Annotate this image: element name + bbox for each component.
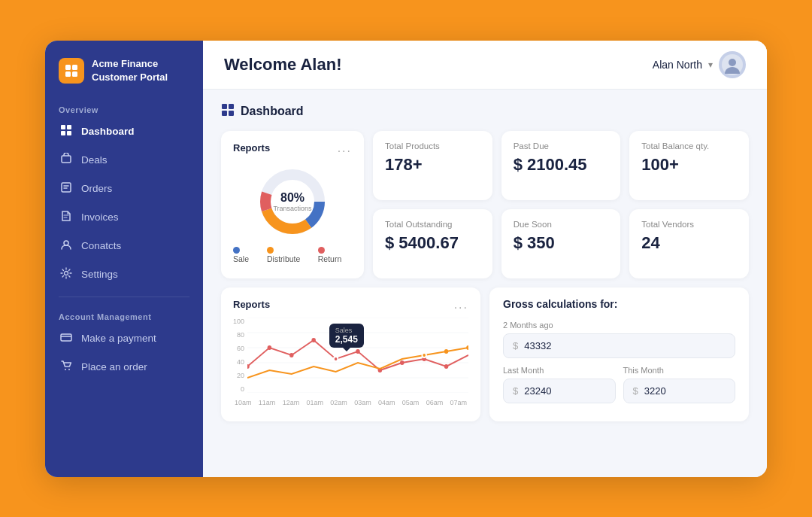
- x-axis-labels: 10am11am12am01am02am03am04am05am06am07am: [233, 399, 468, 406]
- sidebar-item-label: Conatcts: [81, 240, 121, 251]
- topbar: Welcome Alan! Alan North ▾: [203, 41, 767, 90]
- svg-rect-2: [65, 71, 71, 77]
- reports-more-button[interactable]: ...: [338, 141, 352, 155]
- sidebar-item-label: Invoices: [81, 211, 119, 223]
- bottom-row: Reports ... 100806040200 Sales 2,545: [221, 287, 749, 421]
- svg-rect-6: [61, 131, 65, 135]
- place-order-icon: [59, 360, 74, 375]
- svg-point-40: [444, 364, 449, 369]
- deals-icon: [59, 153, 74, 168]
- gross-title: Gross calculations for:: [503, 298, 735, 310]
- gross-two-months-row: 2 Months ago $ 43332: [503, 321, 735, 358]
- svg-point-16: [729, 59, 736, 66]
- legend-distribute: Distribute: [267, 245, 311, 263]
- svg-point-32: [268, 345, 272, 350]
- tooltip-label: Sales: [335, 327, 358, 334]
- contacts-icon: [59, 239, 74, 254]
- sidebar: Acme Finance Customer Portal Overview Da…: [45, 41, 203, 477]
- svg-rect-5: [67, 125, 71, 129]
- svg-rect-18: [229, 104, 234, 109]
- svg-rect-7: [67, 131, 71, 135]
- svg-rect-3: [72, 71, 77, 77]
- svg-rect-20: [229, 111, 234, 116]
- chart-title: Reports: [233, 299, 270, 310]
- this-month-row: This Month $ 3220: [623, 366, 736, 403]
- dashboard-heading-text: Dashboard: [241, 105, 304, 118]
- stat-label: Due Soon: [514, 220, 609, 229]
- svg-rect-17: [222, 104, 227, 109]
- sidebar-item-payment[interactable]: Make a payment: [45, 324, 203, 353]
- stat-value: 178+: [385, 155, 480, 175]
- stat-due-soon: Due Soon $ 350: [501, 209, 621, 278]
- stat-label: Total Vendors: [641, 220, 737, 229]
- logo-text: Acme Finance Customer Portal: [92, 57, 168, 84]
- svg-point-10: [64, 241, 68, 245]
- sidebar-item-label: Deals: [81, 154, 108, 166]
- card-header: Reports ...: [233, 141, 352, 155]
- svg-rect-1: [72, 65, 77, 70]
- sidebar-item-settings[interactable]: Settings: [45, 260, 203, 289]
- svg-point-14: [68, 369, 70, 370]
- page-heading: Dashboard: [221, 103, 749, 120]
- sidebar-logo: Acme Finance Customer Portal: [45, 41, 203, 98]
- reports-donut-card: Reports ...: [221, 131, 364, 278]
- settings-icon: [59, 267, 74, 282]
- sidebar-item-dashboard[interactable]: Dashboard: [45, 117, 203, 146]
- stat-value: $ 5400.67: [385, 233, 480, 253]
- logo-icon: [59, 58, 84, 84]
- chart-header: Reports ...: [233, 298, 468, 312]
- page-title: Welcome Alan!: [224, 55, 341, 75]
- sidebar-item-invoices[interactable]: Invoices: [45, 203, 203, 232]
- sidebar-item-deals[interactable]: Deals: [45, 146, 203, 175]
- y-axis-labels: 100806040200: [233, 318, 244, 393]
- two-months-value: $ 43332: [503, 333, 735, 358]
- svg-rect-8: [62, 156, 71, 163]
- svg-point-43: [466, 345, 468, 350]
- svg-point-34: [311, 338, 316, 342]
- gross-calculations-card: Gross calculations for: 2 Months ago $ 4…: [489, 287, 749, 421]
- avatar: [719, 51, 746, 78]
- sidebar-item-label: Orders: [81, 183, 112, 194]
- two-months-label: 2 Months ago: [503, 321, 735, 330]
- stat-label: Total Products: [385, 141, 480, 151]
- donut-label: 80% Transactions: [273, 191, 311, 212]
- legend-sale: Sale: [233, 245, 259, 263]
- chart-more-button[interactable]: ...: [454, 298, 468, 312]
- app-container: Acme Finance Customer Portal Overview Da…: [45, 41, 767, 477]
- stat-label: Total Balance qty.: [641, 141, 737, 151]
- user-menu[interactable]: Alan North ▾: [653, 51, 746, 78]
- sidebar-item-label: Place an order: [81, 361, 147, 373]
- svg-rect-12: [61, 334, 71, 341]
- stat-past-due: Past Due $ 2100.45: [501, 131, 621, 200]
- svg-point-36: [356, 349, 360, 354]
- donut-sub: Transactions: [273, 205, 311, 212]
- sidebar-item-contacts[interactable]: Conatcts: [45, 232, 203, 260]
- stat-total-vendors: Total Vendors 24: [629, 209, 749, 278]
- sidebar-item-label: Settings: [81, 269, 118, 280]
- svg-rect-9: [62, 183, 71, 192]
- last-month-value: $ 23240: [503, 379, 616, 403]
- dashboard-heading-icon: [221, 103, 235, 120]
- stat-label: Total Outstanding: [385, 220, 480, 229]
- reports-title: Reports: [233, 142, 270, 154]
- orders-icon: [59, 181, 74, 196]
- donut-legend: Sale Distribute Return: [233, 245, 352, 263]
- page-body: Dashboard Reports ...: [203, 90, 767, 477]
- stat-total-outstanding: Total Outstanding $ 5400.67: [373, 209, 492, 278]
- svg-point-33: [289, 353, 294, 357]
- chart-tooltip: Sales 2,545: [329, 324, 364, 348]
- tooltip-value: 2,545: [335, 334, 358, 345]
- last-month-label: Last Month: [503, 366, 616, 375]
- svg-point-35: [334, 357, 338, 361]
- stat-value: $ 2100.45: [514, 155, 609, 175]
- donut-chart: 80% Transactions: [255, 164, 330, 239]
- line-chart-card: Reports ... 100806040200 Sales 2,545: [221, 287, 480, 421]
- sidebar-item-place-order[interactable]: Place an order: [45, 353, 203, 382]
- chevron-down-icon: ▾: [708, 59, 713, 70]
- last-month-row: Last Month $ 23240: [503, 366, 616, 403]
- svg-point-13: [65, 369, 66, 370]
- account-label: Account Management: [45, 305, 203, 324]
- donut-wrap: 80% Transactions Sale Distribute: [233, 161, 352, 268]
- sidebar-item-orders[interactable]: Orders: [45, 175, 203, 203]
- sidebar-item-label: Dashboard: [81, 126, 135, 137]
